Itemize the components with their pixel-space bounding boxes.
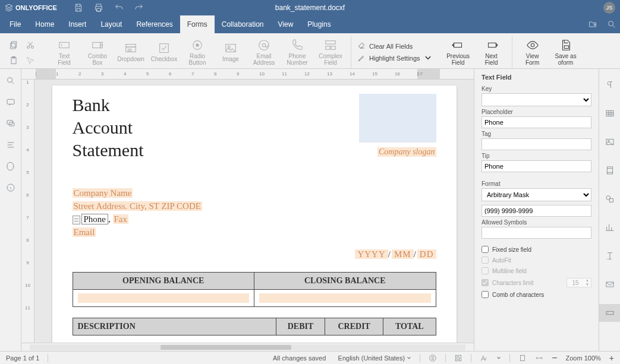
text-field-button[interactable]: Text Field bbox=[48, 37, 81, 67]
print-icon[interactable] bbox=[94, 3, 103, 12]
table-settings-icon[interactable] bbox=[599, 105, 621, 122]
tag-input[interactable] bbox=[481, 138, 591, 150]
phone-field[interactable]: Phone bbox=[81, 214, 109, 224]
form-settings-icon[interactable] bbox=[599, 304, 621, 322]
email-address-button[interactable]: Email Address bbox=[247, 37, 281, 67]
opening-balance-field[interactable] bbox=[78, 293, 250, 303]
header-footer-icon[interactable] bbox=[599, 162, 621, 179]
user-avatar[interactable]: JS bbox=[603, 2, 615, 14]
company-name-field[interactable]: Company Name bbox=[73, 188, 133, 198]
copy-button[interactable] bbox=[6, 38, 21, 52]
find-icon[interactable] bbox=[6, 76, 15, 86]
menu-layout[interactable]: Layout bbox=[93, 15, 129, 33]
form-settings-panel: Text Field Key Placeholder Tag Tip Forma… bbox=[474, 69, 599, 351]
mask-input[interactable] bbox=[481, 205, 591, 217]
save-icon[interactable] bbox=[74, 3, 83, 12]
svg-point-15 bbox=[228, 46, 230, 48]
image-button[interactable]: Image bbox=[214, 40, 247, 64]
page-indicator[interactable]: Page 1 of 1 bbox=[6, 354, 39, 362]
select-button[interactable] bbox=[23, 53, 38, 68]
closing-balance-field[interactable] bbox=[259, 293, 431, 303]
mail-merge-icon[interactable] bbox=[599, 276, 621, 293]
language-selector[interactable]: English (United States) bbox=[338, 354, 412, 362]
placeholder-input[interactable] bbox=[481, 116, 591, 128]
about-icon[interactable] bbox=[6, 183, 15, 192]
feedback-icon[interactable] bbox=[6, 162, 15, 171]
menu-view[interactable]: View bbox=[271, 15, 301, 33]
fit-page-icon[interactable] bbox=[518, 354, 527, 362]
image-settings-icon[interactable] bbox=[599, 133, 621, 151]
clear-all-fields-button[interactable]: Clear All Fields bbox=[357, 42, 432, 50]
onlyoffice-icon bbox=[5, 4, 13, 12]
paste-button[interactable] bbox=[6, 53, 21, 68]
fit-width-icon[interactable] bbox=[535, 354, 543, 362]
title-quick-actions bbox=[74, 3, 144, 12]
tracking-icon[interactable] bbox=[454, 354, 462, 362]
chevron-down-icon bbox=[424, 54, 432, 62]
chart-settings-icon[interactable] bbox=[599, 219, 621, 236]
doclang-icon[interactable] bbox=[480, 354, 488, 362]
menu-insert[interactable]: Insert bbox=[61, 15, 93, 33]
previous-field-button[interactable]: Previous Field bbox=[442, 37, 475, 67]
date-day-field[interactable]: DD bbox=[417, 249, 436, 259]
phone-number-button[interactable]: Phone Number bbox=[281, 37, 314, 67]
svg-rect-37 bbox=[606, 311, 613, 314]
menu-file[interactable]: File bbox=[2, 15, 28, 33]
transactions-table: DESCRIPTION DEBIT CREDIT TOTAL bbox=[73, 318, 436, 335]
dropdown-button[interactable]: Dropdown bbox=[114, 40, 147, 64]
highlight-settings-button[interactable]: Highlight Settings bbox=[357, 54, 432, 62]
tag-label: Tag bbox=[481, 131, 591, 137]
slogan-field[interactable]: Company slogan bbox=[377, 147, 436, 157]
format-select[interactable]: Arbitrary Mask bbox=[481, 188, 591, 201]
next-field-button[interactable]: Next Field bbox=[475, 37, 508, 67]
comb-checkbox[interactable]: Comb of characters bbox=[481, 291, 591, 298]
fixed-size-checkbox[interactable]: Fixed size field bbox=[481, 246, 591, 253]
svg-point-3 bbox=[27, 46, 30, 48]
vertical-ruler[interactable]: 1234567891011 bbox=[21, 80, 34, 343]
radio-button-button[interactable]: Radio Button bbox=[181, 37, 214, 67]
zoom-level[interactable]: Zoom 100% bbox=[566, 354, 601, 362]
cut-button[interactable] bbox=[23, 38, 38, 52]
svg-rect-22 bbox=[488, 43, 496, 47]
right-sidebar bbox=[599, 69, 620, 351]
key-select[interactable] bbox=[481, 93, 591, 106]
comments-icon[interactable] bbox=[6, 97, 15, 107]
chat-icon[interactable] bbox=[6, 119, 15, 128]
zoom-out-button[interactable]: − bbox=[552, 355, 557, 361]
menu-collaboration[interactable]: Collaboration bbox=[215, 15, 271, 33]
logo-placeholder[interactable] bbox=[359, 94, 436, 143]
fax-field[interactable]: Fax bbox=[113, 214, 129, 224]
checkbox-button[interactable]: Checkbox bbox=[147, 40, 181, 64]
horizontal-ruler[interactable]: 1 2 3 4 5 6 7 8 9 10 11 12 13 14 15 16 1… bbox=[21, 69, 474, 80]
menu-home[interactable]: Home bbox=[28, 15, 61, 33]
field-drag-handle[interactable] bbox=[73, 216, 80, 224]
undo-icon[interactable] bbox=[114, 3, 124, 12]
svg-rect-36 bbox=[606, 282, 613, 287]
menu-forms[interactable]: Forms bbox=[180, 15, 215, 33]
menu-plugins[interactable]: Plugins bbox=[300, 15, 338, 33]
search-icon[interactable] bbox=[607, 20, 616, 29]
complex-field-button[interactable]: Complex Field bbox=[314, 37, 347, 67]
paragraph-settings-icon[interactable] bbox=[599, 76, 621, 94]
date-year-field[interactable]: YYYY bbox=[355, 249, 388, 259]
redo-icon[interactable] bbox=[134, 3, 144, 12]
horizontal-scrollbar[interactable] bbox=[21, 343, 474, 351]
menu-references[interactable]: References bbox=[129, 15, 180, 33]
allowed-symbols-input[interactable] bbox=[481, 227, 591, 239]
spellcheck-icon[interactable] bbox=[429, 354, 437, 362]
address-field[interactable]: Street Address. City, ST ZIP CODE bbox=[73, 201, 202, 211]
view-form-button[interactable]: View Form bbox=[516, 37, 549, 67]
page-canvas[interactable]: Bank Account Statement Company slogan Co… bbox=[34, 80, 474, 343]
email-field[interactable]: Email bbox=[73, 227, 96, 237]
textart-settings-icon[interactable] bbox=[599, 247, 621, 265]
svg-point-23 bbox=[531, 43, 534, 47]
open-location-icon[interactable] bbox=[588, 20, 597, 29]
save-as-oform-button[interactable]: Save as oform bbox=[549, 37, 583, 67]
zoom-in-button[interactable]: + bbox=[609, 353, 614, 363]
shape-settings-icon[interactable] bbox=[599, 190, 621, 208]
date-month-field[interactable]: MM bbox=[392, 249, 414, 259]
tip-input[interactable] bbox=[481, 160, 591, 172]
chars-limit-spinner[interactable]: ▲▼ bbox=[567, 278, 591, 287]
navigation-icon[interactable] bbox=[6, 140, 15, 150]
combo-box-button[interactable]: Combo Box bbox=[81, 37, 114, 67]
